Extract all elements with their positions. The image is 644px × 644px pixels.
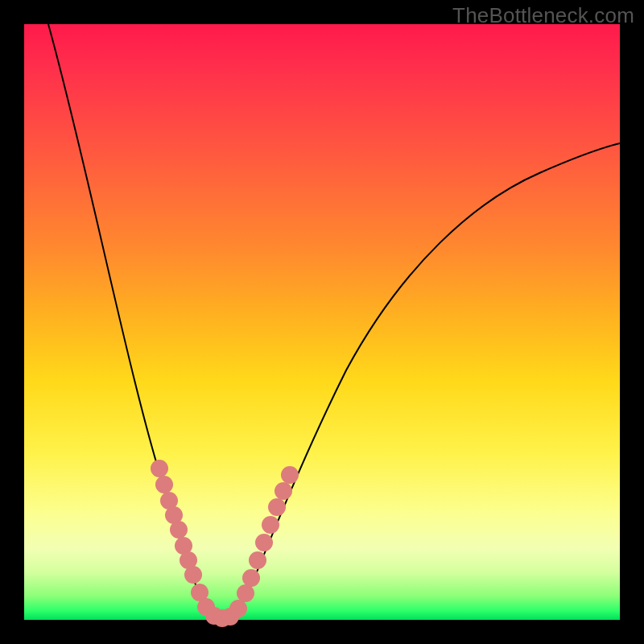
highlight-dot	[281, 466, 299, 484]
highlight-dot	[268, 498, 286, 516]
highlight-dot	[229, 600, 247, 617]
bottleneck-curve	[48, 24, 620, 618]
highlight-dot	[262, 516, 279, 534]
plot-area	[24, 24, 620, 620]
highlight-dot	[155, 476, 173, 493]
highlight-dot	[249, 551, 266, 569]
highlight-dot	[237, 584, 254, 602]
highlight-dot	[242, 569, 260, 587]
highlight-dot	[275, 482, 292, 500]
highlight-dot	[255, 534, 273, 551]
curve-svg	[24, 24, 620, 620]
highlight-dot	[184, 566, 202, 584]
highlight-dot	[170, 521, 188, 539]
highlight-dot	[151, 460, 168, 477]
watermark-text: TheBottleneck.com	[452, 3, 634, 28]
highlight-dots-group	[151, 460, 299, 627]
chart-container: TheBottleneck.com	[0, 0, 644, 644]
